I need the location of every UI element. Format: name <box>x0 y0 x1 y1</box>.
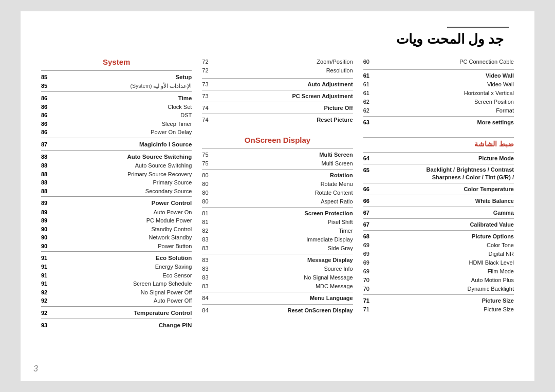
toc-label: Auto Power On <box>154 208 192 217</box>
page-num: 65 <box>363 166 376 182</box>
right-toc-row: 62 Format <box>363 106 514 115</box>
page-num: 80 <box>202 180 215 189</box>
page-arabic-title: جد ول المحت ويات <box>41 31 509 47</box>
page-num: 69 <box>363 241 376 250</box>
toc-label: Auto Source Switching <box>135 161 192 170</box>
mid-toc-row: 72 Zoom/Position <box>202 58 353 66</box>
toc-row: 88 Secondary Source <box>41 187 192 196</box>
toc-row: 88 Primary Source Recovery <box>41 170 192 179</box>
picture-size-section: 71 Picture Size 71 Picture Size <box>363 294 514 314</box>
system-section-title: System <box>41 58 192 66</box>
page-num: 67 <box>363 220 376 229</box>
toc-label: HDMI Black Level <box>469 258 514 267</box>
rotation-section: 80 Rotation 80 Rotate Menu 80 Rotate Con… <box>202 169 353 206</box>
right-column: 60 PC Connection Cable 61 Video Wall 61 … <box>358 58 514 315</box>
right-toc-row: 66 White Balance <box>363 197 514 206</box>
page-num: 84 <box>202 306 215 315</box>
toc-row: 93 Change PIN <box>41 321 192 330</box>
arabic-section-title: ضبط الشاشة <box>363 140 514 148</box>
gamma-section: 67 Gamma <box>363 207 514 217</box>
reset-onscreen-section: 84 Reset OnScreen Display <box>202 304 353 315</box>
toc-label: Setup <box>175 73 192 82</box>
toc-row: 91 Energy Saving <box>41 263 192 271</box>
toc-row: 85 Setup <box>41 73 192 82</box>
page-num: 90 <box>41 242 52 251</box>
page-num: 73 <box>202 92 215 101</box>
toc-row: 85 الإعدادات الأو لية (System) <box>41 82 192 90</box>
right-toc-row: 69 HDMI Black Level <box>363 258 514 267</box>
mid-toc-row: 80 Rotation <box>202 171 353 180</box>
page-num: 61 <box>363 71 376 80</box>
mid-toc-row: 83 Message Display <box>202 256 353 265</box>
toc-label: Zoom/Position <box>317 58 353 66</box>
page-num: 92 <box>41 309 52 318</box>
page-num: 71 <box>363 296 376 305</box>
toc-label: Backlight / Brightness / ContrastSharpne… <box>426 166 514 182</box>
arabic-section-header: ضبط الشاشة <box>363 137 514 148</box>
primary-source-recovery-label: Primary Source Recovery <box>127 170 192 179</box>
toc-label: Gamma <box>493 209 514 217</box>
toc-label: Pixel Shift <box>328 218 353 227</box>
right-toc-row: 69 Digital NR <box>363 250 514 258</box>
page-num: 92 <box>41 296 52 305</box>
page-num: 87 <box>41 140 52 149</box>
toc-row: 89 Auto Power On <box>41 208 192 217</box>
page-num: 67 <box>363 209 376 217</box>
toc-label: DST <box>180 111 192 120</box>
mid-toc-row: 81 Pixel Shift <box>202 218 353 227</box>
page-num: 89 <box>41 199 52 208</box>
toc-row: 86 Sleep Timer <box>41 120 192 128</box>
toc-label: Temperature Control <box>134 309 192 318</box>
toc-label: Screen Position <box>474 98 514 106</box>
more-settings-section: 63 More settings <box>363 116 514 127</box>
toc-label: Format <box>496 106 514 115</box>
page-num: 91 <box>41 279 52 288</box>
page-num: 63 <box>363 118 376 127</box>
time-section: 86 Time 86 Clock Set 86 DST 86 Sleep Tim… <box>41 91 192 137</box>
toc-label: Change PIN <box>159 321 192 330</box>
right-toc-row: 61 Video Wall <box>363 71 514 80</box>
toc-label: Picture Mode <box>478 154 514 163</box>
right-toc-row: 68 Picture Options <box>363 232 514 241</box>
mid-toc-row: 73 Auto Adjustment <box>202 80 353 89</box>
toc-label: More settings <box>477 118 514 127</box>
page-num: 61 <box>363 80 376 89</box>
toc-label: Color Tone <box>487 241 514 250</box>
page-num: 73 <box>202 80 215 89</box>
page-num: 82 <box>202 227 215 235</box>
right-toc-row: 67 Calibrated Value <box>363 220 514 229</box>
toc-label-arabic: الإعدادات الأو لية (System) <box>131 82 192 90</box>
toc-row: 88 Auto Source Switching <box>41 153 192 161</box>
toc-row: 91 Eco Sensor <box>41 271 192 280</box>
video-wall-section: 61 Video Wall 61 Video Wall 61 Horizonta… <box>363 69 514 115</box>
page-num: 91 <box>41 263 52 271</box>
page-num: 93 <box>41 321 52 330</box>
toc-label: Auto Motion Plus <box>471 276 514 285</box>
page-num: 83 <box>202 256 215 265</box>
toc-label: Power On Delay <box>151 128 192 137</box>
toc-label: White Balance <box>475 197 514 206</box>
page-num: 81 <box>202 218 215 227</box>
right-toc-row: 61 Video Wall <box>363 80 514 89</box>
toc-row: 92 Temperature Control <box>41 309 192 318</box>
toc-label: Sleep Timer <box>162 120 192 128</box>
toc-label: Time <box>178 94 192 103</box>
page-num: 74 <box>202 116 215 124</box>
page-num: 72 <box>202 58 215 66</box>
page-num: 74 <box>202 104 215 113</box>
toc-label: Screen Lamp Schedule <box>133 279 192 288</box>
right-toc-row: 62 Screen Position <box>363 98 514 106</box>
page-num: 61 <box>363 89 376 98</box>
page-num: 80 <box>202 171 215 180</box>
page-num: 86 <box>41 120 52 128</box>
middle-column: 72 Zoom/Position 72 Resolution 73 Auto A… <box>197 58 358 316</box>
page-num: 86 <box>41 103 52 111</box>
page-num: 85 <box>41 82 52 90</box>
mid-toc-row: 74 Picture Off <box>202 104 353 113</box>
right-toc-row: 64 Picture Mode <box>363 154 514 163</box>
toc-label: No Signal Power Off <box>141 288 192 297</box>
page-num: 89 <box>41 208 52 217</box>
page-num: 60 <box>363 58 376 66</box>
toc-row: 90 Standby Control <box>41 225 192 234</box>
page-num: 69 <box>363 267 376 276</box>
